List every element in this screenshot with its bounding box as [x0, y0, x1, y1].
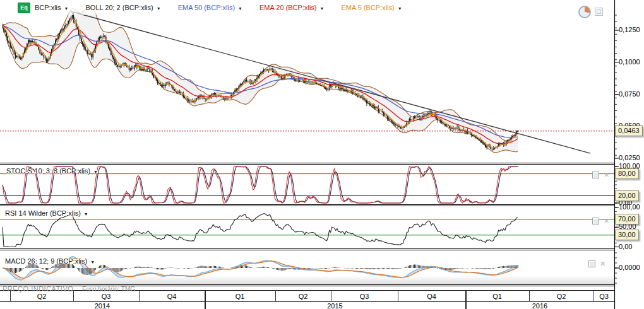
quarter-cell: Q2: [275, 291, 331, 301]
equity-icon: Eq: [18, 3, 30, 13]
close-icon[interactable]: ✕: [604, 172, 609, 178]
rsi-title: RSI 14 Wilder (BCP:xlis): [5, 209, 81, 217]
macd-panel-header[interactable]: MACD 26; 12; 9 (BCP:xlis)▼: [5, 257, 95, 265]
quarter-cell: Q1: [205, 291, 275, 301]
panel-divider: [0, 163, 614, 163]
snapshot-icon[interactable]: [595, 8, 603, 16]
close-icon[interactable]: ✕: [604, 218, 609, 224]
rsi-line: [3, 214, 518, 247]
stochastic-title: STOC-S 10; 3; 3 (BCP:xlis): [6, 167, 90, 175]
chevron-down-icon: ▼: [84, 212, 88, 216]
rsi-panel-header[interactable]: RSI 14 Wilder (BCP:xlis)▼: [5, 209, 88, 217]
price-tick-label: 0,1250: [619, 26, 640, 33]
stochastic-axis-label: 20,00: [615, 190, 639, 201]
price-axis-ticks: [614, 0, 619, 309]
quarter-cell: Q4: [398, 291, 465, 301]
macd-axis-label: 0,0000: [619, 264, 640, 271]
year-separator: [205, 290, 206, 309]
stochastic-axis-label: 80,00: [615, 168, 639, 179]
symbol-label: BCP:xlis: [35, 4, 61, 11]
chevron-down-icon: ▼: [90, 260, 95, 264]
indicator-boll-label: BOLL 20; 2 (BCP:xlis): [86, 4, 153, 11]
current-price-label: 0,0463: [615, 125, 643, 136]
indicator-ema5[interactable]: EMA 5 (BCP:xlis)▼: [341, 4, 402, 11]
year-separator: [465, 290, 467, 309]
rsi-axis-label: 100,00: [619, 203, 640, 211]
restore-icon[interactable]: [592, 218, 599, 224]
quarter-separator: [593, 290, 594, 301]
indicator-boll[interactable]: BOLL 20; 2 (BCP:xlis)▼: [86, 4, 161, 11]
indicator-ema50-label: EMA 50 (BCP:xlis): [178, 4, 235, 11]
macd-title: MACD 26; 12; 9 (BCP:xlis): [5, 257, 87, 265]
panel-divider: [0, 164, 614, 165]
quarter-separator: [331, 290, 331, 301]
quarter-separator: [398, 290, 398, 301]
restore-icon[interactable]: [588, 260, 595, 267]
price-status-label: PREÇO INDICATIVO: [3, 285, 73, 293]
quarter-cell: Q3: [331, 291, 398, 301]
year-label: 2016: [465, 301, 614, 309]
panel-divider: [0, 248, 614, 249]
panel-divider: [0, 206, 614, 206]
indicator-ema20[interactable]: EMA 20 (BCP:xlis)▼: [259, 4, 324, 11]
chart-plot-area[interactable]: [0, 0, 614, 163]
price-tick-label: 0,1000: [619, 58, 640, 66]
quarter-cell: Q4: [139, 291, 205, 301]
close-icon[interactable]: ✕: [600, 261, 605, 267]
macd-panel-controls: ✕: [588, 260, 605, 267]
stochastic-panel-controls: ✕: [592, 172, 609, 178]
rsi-axis-label: 70,00: [615, 214, 639, 224]
stochastic-levels: [0, 174, 614, 196]
quarter-separator: [529, 290, 530, 301]
rsi-axis-label: 0,00: [619, 243, 632, 250]
quarter-cell: Q3: [593, 291, 614, 301]
quarter-cell: Q1: [465, 291, 529, 301]
quarter-separator: [275, 290, 276, 301]
indicator-ema50[interactable]: EMA 50 (BCP:xlis)▼: [178, 4, 242, 11]
quarter-separator: [139, 290, 140, 301]
chevron-down-icon: ▼: [238, 6, 242, 11]
year-label: 2014: [0, 301, 205, 309]
rsi-panel-controls: ✕: [592, 218, 609, 224]
panel-divider: [0, 204, 614, 205]
chevron-down-icon: ▼: [398, 6, 402, 11]
stochastic-panel-header[interactable]: STOC-S 10; 3; 3 (BCP:xlis)▼: [6, 167, 98, 175]
price-tick-label: 0,0750: [619, 90, 640, 98]
footer: PREÇO INDICATIVOFuso horário: TMG: [3, 283, 135, 294]
timezone-label: Fuso horário: TMG: [82, 286, 135, 293]
chevron-down-icon: ▼: [93, 170, 98, 174]
symbol-selector[interactable]: BCP:xlis▼: [35, 4, 69, 11]
rsi-axis-label: 30,00: [615, 230, 639, 240]
indicator-ema20-label: EMA 20 (BCP:xlis): [259, 4, 316, 11]
chart-window: Eq BCP:xlis▼ BOLL 20; 2 (BCP:xlis)▼ EMA …: [0, 0, 644, 309]
price-tick-label: 0,0250: [619, 154, 640, 161]
quarter-cell: Q2: [529, 291, 593, 301]
clock-icon[interactable]: [578, 6, 591, 18]
year-label: 2015: [205, 301, 465, 309]
chevron-down-icon: ▼: [157, 6, 161, 11]
quarter-separator: [10, 290, 11, 301]
chart-toolbar: Eq BCP:xlis▼ BOLL 20; 2 (BCP:xlis)▼ EMA …: [0, 0, 614, 15]
restore-icon[interactable]: [592, 172, 599, 178]
chevron-down-icon: ▼: [320, 6, 325, 11]
chevron-down-icon: ▼: [64, 6, 69, 11]
indicator-ema5-label: EMA 5 (BCP:xlis): [341, 4, 394, 11]
panel-divider: [0, 250, 614, 250]
quarter-separator: [73, 290, 74, 301]
